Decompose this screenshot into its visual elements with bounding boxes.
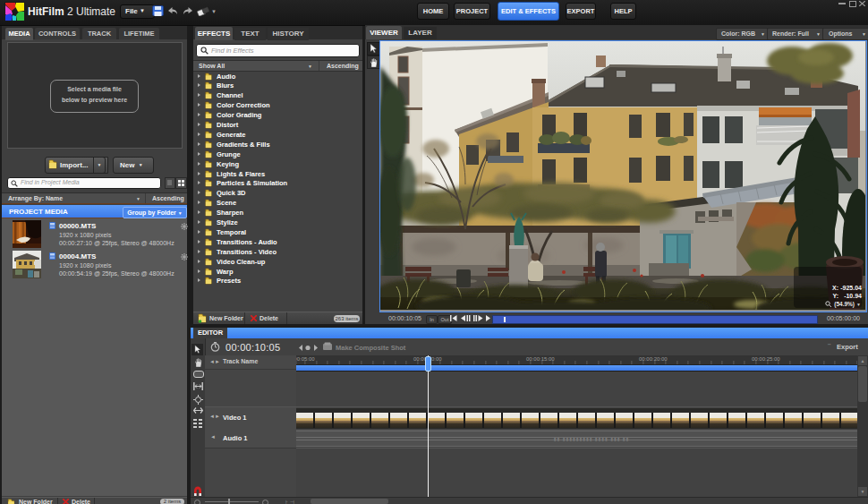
svg-text:Y:: Y: — [833, 293, 838, 299]
svg-text:X:: X: — [832, 285, 838, 291]
svg-text:-10.94: -10.94 — [844, 293, 862, 299]
svg-text:(54.9%): (54.9%) — [834, 301, 855, 308]
svg-text:▼: ▼ — [856, 302, 861, 307]
svg-text:-925.04: -925.04 — [840, 285, 862, 291]
